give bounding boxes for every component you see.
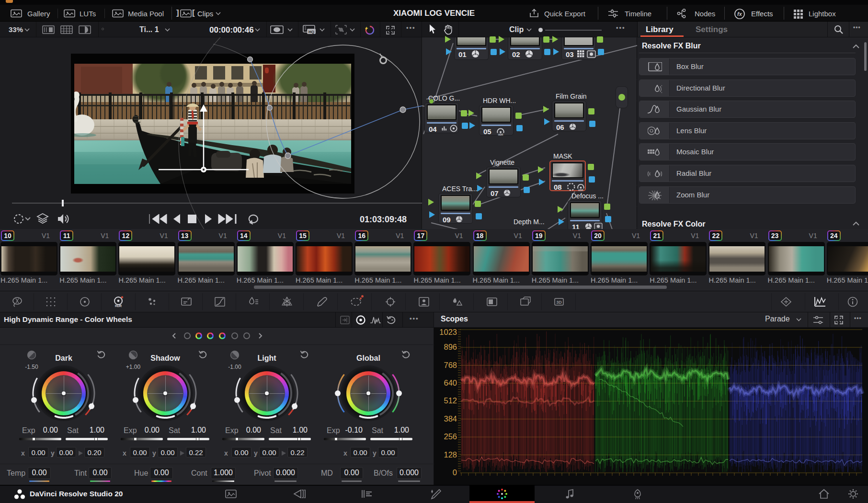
svg-text:1023: 1023	[439, 328, 457, 336]
svg-text:0: 0	[453, 468, 457, 477]
svg-text:256: 256	[444, 432, 457, 441]
svg-text:384: 384	[444, 414, 457, 423]
svg-text:fx: fx	[737, 11, 742, 17]
svg-text:512: 512	[444, 396, 457, 405]
svg-text:3D: 3D	[556, 300, 562, 305]
svg-text:HDR: HDR	[115, 304, 122, 308]
svg-text:896: 896	[444, 343, 457, 351]
svg-text:640: 640	[444, 378, 457, 387]
svg-text:768: 768	[444, 361, 457, 369]
svg-text:HDR: HDR	[498, 134, 503, 136]
svg-text:HQ: HQ	[308, 30, 314, 34]
svg-text:128: 128	[444, 450, 457, 459]
svg-text:HDR: HDR	[578, 189, 583, 191]
